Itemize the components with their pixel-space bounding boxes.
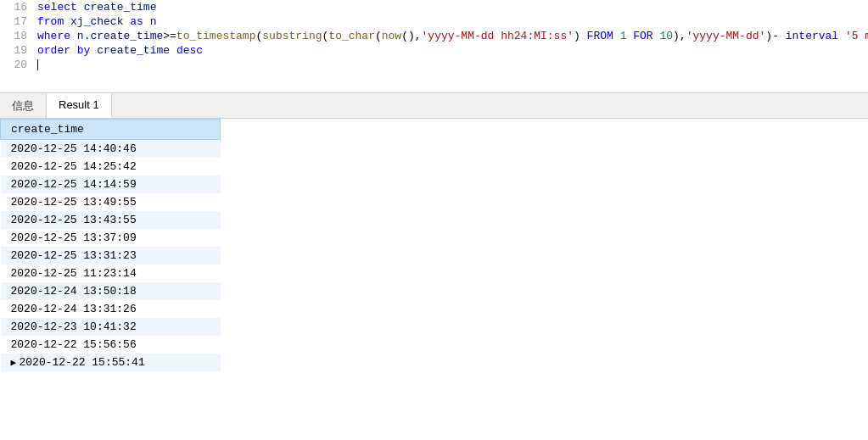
cell-create-time: 2020-12-25 13:49:55 [1, 193, 221, 211]
table-row: 2020-12-25 13:31:23 [1, 247, 221, 265]
table-row: 2020-12-25 11:23:14 [1, 265, 221, 282]
tab-result1-label: Result 1 [59, 98, 99, 111]
cell-create-time: 2020-12-25 14:40:46 [1, 140, 221, 159]
table-row: ▶ 2020-12-22 15:55:41 [1, 354, 221, 371]
line-number-17: 17 [0, 14, 34, 29]
results-area: create_time 2020-12-25 14:40:462020-12-2… [0, 119, 868, 371]
table-header-row: create_time [1, 120, 221, 140]
table-row: 2020-12-24 13:50:18 [1, 282, 221, 300]
code-line-17: 17 from xj_check as n [0, 14, 868, 29]
line-number-19: 19 [0, 43, 34, 58]
tab-info-label: 信息 [12, 98, 34, 114]
tab-result1[interactable]: Result 1 [47, 93, 112, 118]
cell-create-time: 2020-12-23 10:41:32 [1, 318, 221, 336]
code-lines: 16 select create_time 17 from xj_check a… [0, 0, 868, 72]
table-row: 2020-12-24 13:31:26 [1, 300, 221, 318]
code-line-16: 16 select create_time [0, 0, 868, 14]
line-content-19: order by create_time desc [34, 43, 868, 58]
line-content-16: select create_time [34, 0, 868, 14]
line-content-20 [34, 58, 868, 72]
cell-create-time: 2020-12-24 13:31:26 [1, 300, 221, 318]
cell-create-time: 2020-12-25 14:25:42 [1, 158, 221, 175]
cell-create-time: 2020-12-25 14:14:59 [1, 175, 221, 193]
column-header-create-time: create_time [1, 120, 221, 140]
code-line-19: 19 order by create_time desc [0, 43, 868, 58]
cell-create-time: 2020-12-25 13:31:23 [1, 247, 221, 265]
editor-area[interactable]: 16 select create_time 17 from xj_check a… [0, 0, 868, 93]
line-content-18: where n.create_time>=to_timestamp(substr… [34, 29, 868, 43]
table-row: 2020-12-22 15:56:56 [1, 336, 221, 354]
cell-create-time: 2020-12-25 13:43:55 [1, 211, 221, 229]
results-table: create_time 2020-12-25 14:40:462020-12-2… [0, 119, 221, 371]
line-number-18: 18 [0, 29, 34, 43]
cell-create-time: 2020-12-25 13:37:09 [1, 229, 221, 247]
table-row: 2020-12-25 13:37:09 [1, 229, 221, 247]
code-line-20: 20 [0, 58, 868, 72]
results-tbody: 2020-12-25 14:40:462020-12-25 14:25:4220… [1, 140, 221, 372]
table-row: 2020-12-25 14:40:46 [1, 140, 221, 159]
table-row: 2020-12-25 14:25:42 [1, 158, 221, 175]
line-number-20: 20 [0, 58, 34, 72]
table-row: 2020-12-25 14:14:59 [1, 175, 221, 193]
tab-info[interactable]: 信息 [0, 93, 47, 118]
cell-create-time: 2020-12-22 15:56:56 [1, 336, 221, 354]
table-row: 2020-12-25 13:43:55 [1, 211, 221, 229]
cell-create-time: ▶ 2020-12-22 15:55:41 [1, 354, 221, 371]
line-number-16: 16 [0, 0, 34, 14]
table-row: 2020-12-23 10:41:32 [1, 318, 221, 336]
tabs-area: 信息 Result 1 [0, 93, 868, 119]
code-line-18: 18 where n.create_time>=to_timestamp(sub… [0, 29, 868, 43]
cell-create-time: 2020-12-25 11:23:14 [1, 265, 221, 282]
cell-create-time: 2020-12-24 13:50:18 [1, 282, 221, 300]
row-indicator: ▶ [11, 357, 20, 368]
table-row: 2020-12-25 13:49:55 [1, 193, 221, 211]
line-content-17: from xj_check as n [34, 14, 868, 29]
